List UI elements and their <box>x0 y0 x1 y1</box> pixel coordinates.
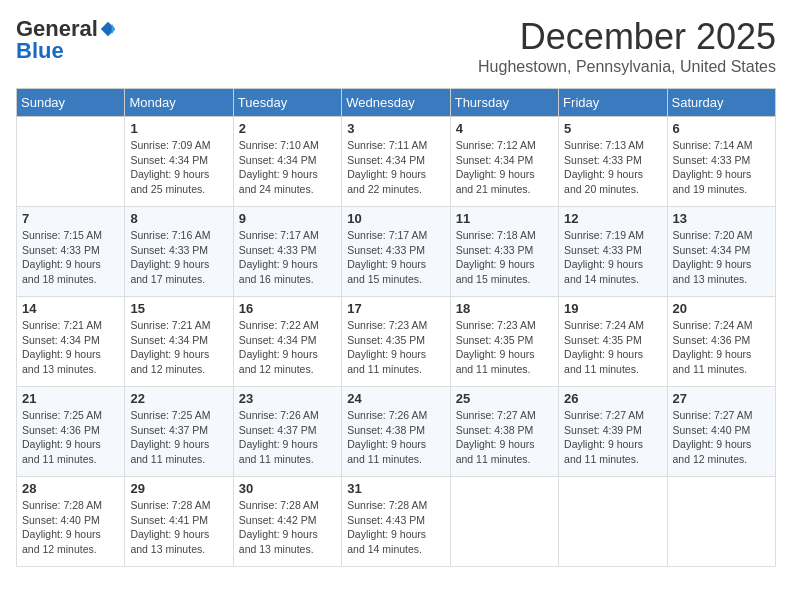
day-info: Sunrise: 7:18 AMSunset: 4:33 PMDaylight:… <box>456 228 553 287</box>
weekday-header-monday: Monday <box>125 89 233 117</box>
day-info: Sunrise: 7:13 AMSunset: 4:33 PMDaylight:… <box>564 138 661 197</box>
day-info: Sunrise: 7:16 AMSunset: 4:33 PMDaylight:… <box>130 228 227 287</box>
weekday-header-saturday: Saturday <box>667 89 775 117</box>
day-number: 11 <box>456 211 553 226</box>
week-row-3: 14Sunrise: 7:21 AMSunset: 4:34 PMDayligh… <box>17 297 776 387</box>
day-info: Sunrise: 7:26 AMSunset: 4:38 PMDaylight:… <box>347 408 444 467</box>
day-info: Sunrise: 7:14 AMSunset: 4:33 PMDaylight:… <box>673 138 770 197</box>
calendar-cell: 31Sunrise: 7:28 AMSunset: 4:43 PMDayligh… <box>342 477 450 567</box>
calendar-cell: 22Sunrise: 7:25 AMSunset: 4:37 PMDayligh… <box>125 387 233 477</box>
calendar-cell: 3Sunrise: 7:11 AMSunset: 4:34 PMDaylight… <box>342 117 450 207</box>
day-info: Sunrise: 7:10 AMSunset: 4:34 PMDaylight:… <box>239 138 336 197</box>
calendar-cell: 24Sunrise: 7:26 AMSunset: 4:38 PMDayligh… <box>342 387 450 477</box>
calendar-cell: 14Sunrise: 7:21 AMSunset: 4:34 PMDayligh… <box>17 297 125 387</box>
month-title: December 2025 <box>478 16 776 58</box>
day-number: 9 <box>239 211 336 226</box>
day-info: Sunrise: 7:19 AMSunset: 4:33 PMDaylight:… <box>564 228 661 287</box>
day-info: Sunrise: 7:09 AMSunset: 4:34 PMDaylight:… <box>130 138 227 197</box>
calendar-cell: 9Sunrise: 7:17 AMSunset: 4:33 PMDaylight… <box>233 207 341 297</box>
day-number: 31 <box>347 481 444 496</box>
day-info: Sunrise: 7:25 AMSunset: 4:37 PMDaylight:… <box>130 408 227 467</box>
day-number: 17 <box>347 301 444 316</box>
calendar-cell: 1Sunrise: 7:09 AMSunset: 4:34 PMDaylight… <box>125 117 233 207</box>
day-info: Sunrise: 7:28 AMSunset: 4:41 PMDaylight:… <box>130 498 227 557</box>
day-number: 25 <box>456 391 553 406</box>
day-info: Sunrise: 7:28 AMSunset: 4:40 PMDaylight:… <box>22 498 119 557</box>
day-number: 15 <box>130 301 227 316</box>
day-number: 8 <box>130 211 227 226</box>
calendar-cell: 21Sunrise: 7:25 AMSunset: 4:36 PMDayligh… <box>17 387 125 477</box>
calendar-cell: 17Sunrise: 7:23 AMSunset: 4:35 PMDayligh… <box>342 297 450 387</box>
calendar-cell: 16Sunrise: 7:22 AMSunset: 4:34 PMDayligh… <box>233 297 341 387</box>
day-number: 27 <box>673 391 770 406</box>
day-number: 24 <box>347 391 444 406</box>
weekday-header-tuesday: Tuesday <box>233 89 341 117</box>
calendar-cell: 26Sunrise: 7:27 AMSunset: 4:39 PMDayligh… <box>559 387 667 477</box>
weekday-header-sunday: Sunday <box>17 89 125 117</box>
calendar-cell: 19Sunrise: 7:24 AMSunset: 4:35 PMDayligh… <box>559 297 667 387</box>
day-info: Sunrise: 7:28 AMSunset: 4:43 PMDaylight:… <box>347 498 444 557</box>
calendar-cell: 7Sunrise: 7:15 AMSunset: 4:33 PMDaylight… <box>17 207 125 297</box>
day-number: 30 <box>239 481 336 496</box>
day-info: Sunrise: 7:17 AMSunset: 4:33 PMDaylight:… <box>347 228 444 287</box>
day-number: 28 <box>22 481 119 496</box>
calendar-cell <box>559 477 667 567</box>
day-number: 10 <box>347 211 444 226</box>
weekday-header-thursday: Thursday <box>450 89 558 117</box>
title-area: December 2025 Hughestown, Pennsylvania, … <box>478 16 776 76</box>
day-info: Sunrise: 7:25 AMSunset: 4:36 PMDaylight:… <box>22 408 119 467</box>
calendar-cell: 10Sunrise: 7:17 AMSunset: 4:33 PMDayligh… <box>342 207 450 297</box>
weekday-header-friday: Friday <box>559 89 667 117</box>
day-number: 14 <box>22 301 119 316</box>
logo-icon <box>99 20 117 38</box>
day-number: 4 <box>456 121 553 136</box>
day-info: Sunrise: 7:11 AMSunset: 4:34 PMDaylight:… <box>347 138 444 197</box>
calendar-cell: 2Sunrise: 7:10 AMSunset: 4:34 PMDaylight… <box>233 117 341 207</box>
location-text: Hughestown, Pennsylvania, United States <box>478 58 776 76</box>
day-info: Sunrise: 7:23 AMSunset: 4:35 PMDaylight:… <box>456 318 553 377</box>
day-info: Sunrise: 7:24 AMSunset: 4:36 PMDaylight:… <box>673 318 770 377</box>
day-number: 13 <box>673 211 770 226</box>
calendar-cell: 18Sunrise: 7:23 AMSunset: 4:35 PMDayligh… <box>450 297 558 387</box>
calendar-cell: 12Sunrise: 7:19 AMSunset: 4:33 PMDayligh… <box>559 207 667 297</box>
day-info: Sunrise: 7:12 AMSunset: 4:34 PMDaylight:… <box>456 138 553 197</box>
calendar-cell: 13Sunrise: 7:20 AMSunset: 4:34 PMDayligh… <box>667 207 775 297</box>
calendar-cell: 27Sunrise: 7:27 AMSunset: 4:40 PMDayligh… <box>667 387 775 477</box>
calendar-cell: 15Sunrise: 7:21 AMSunset: 4:34 PMDayligh… <box>125 297 233 387</box>
svg-marker-1 <box>112 24 116 35</box>
day-info: Sunrise: 7:24 AMSunset: 4:35 PMDaylight:… <box>564 318 661 377</box>
day-info: Sunrise: 7:21 AMSunset: 4:34 PMDaylight:… <box>130 318 227 377</box>
calendar-cell: 8Sunrise: 7:16 AMSunset: 4:33 PMDaylight… <box>125 207 233 297</box>
calendar-cell <box>17 117 125 207</box>
weekday-header-row: SundayMondayTuesdayWednesdayThursdayFrid… <box>17 89 776 117</box>
calendar-cell: 30Sunrise: 7:28 AMSunset: 4:42 PMDayligh… <box>233 477 341 567</box>
day-info: Sunrise: 7:27 AMSunset: 4:40 PMDaylight:… <box>673 408 770 467</box>
day-number: 19 <box>564 301 661 316</box>
logo: General Blue <box>16 16 117 64</box>
day-number: 2 <box>239 121 336 136</box>
day-number: 18 <box>456 301 553 316</box>
calendar-cell: 11Sunrise: 7:18 AMSunset: 4:33 PMDayligh… <box>450 207 558 297</box>
page-header: General Blue December 2025 Hughestown, P… <box>16 16 776 76</box>
day-info: Sunrise: 7:22 AMSunset: 4:34 PMDaylight:… <box>239 318 336 377</box>
day-info: Sunrise: 7:28 AMSunset: 4:42 PMDaylight:… <box>239 498 336 557</box>
day-info: Sunrise: 7:27 AMSunset: 4:38 PMDaylight:… <box>456 408 553 467</box>
weekday-header-wednesday: Wednesday <box>342 89 450 117</box>
day-number: 5 <box>564 121 661 136</box>
calendar-cell <box>450 477 558 567</box>
day-info: Sunrise: 7:20 AMSunset: 4:34 PMDaylight:… <box>673 228 770 287</box>
day-info: Sunrise: 7:27 AMSunset: 4:39 PMDaylight:… <box>564 408 661 467</box>
day-number: 1 <box>130 121 227 136</box>
calendar-table: SundayMondayTuesdayWednesdayThursdayFrid… <box>16 88 776 567</box>
day-info: Sunrise: 7:17 AMSunset: 4:33 PMDaylight:… <box>239 228 336 287</box>
week-row-5: 28Sunrise: 7:28 AMSunset: 4:40 PMDayligh… <box>17 477 776 567</box>
calendar-cell: 5Sunrise: 7:13 AMSunset: 4:33 PMDaylight… <box>559 117 667 207</box>
calendar-cell <box>667 477 775 567</box>
calendar-cell: 29Sunrise: 7:28 AMSunset: 4:41 PMDayligh… <box>125 477 233 567</box>
day-number: 3 <box>347 121 444 136</box>
calendar-cell: 20Sunrise: 7:24 AMSunset: 4:36 PMDayligh… <box>667 297 775 387</box>
day-info: Sunrise: 7:26 AMSunset: 4:37 PMDaylight:… <box>239 408 336 467</box>
calendar-cell: 4Sunrise: 7:12 AMSunset: 4:34 PMDaylight… <box>450 117 558 207</box>
calendar-cell: 6Sunrise: 7:14 AMSunset: 4:33 PMDaylight… <box>667 117 775 207</box>
day-number: 6 <box>673 121 770 136</box>
